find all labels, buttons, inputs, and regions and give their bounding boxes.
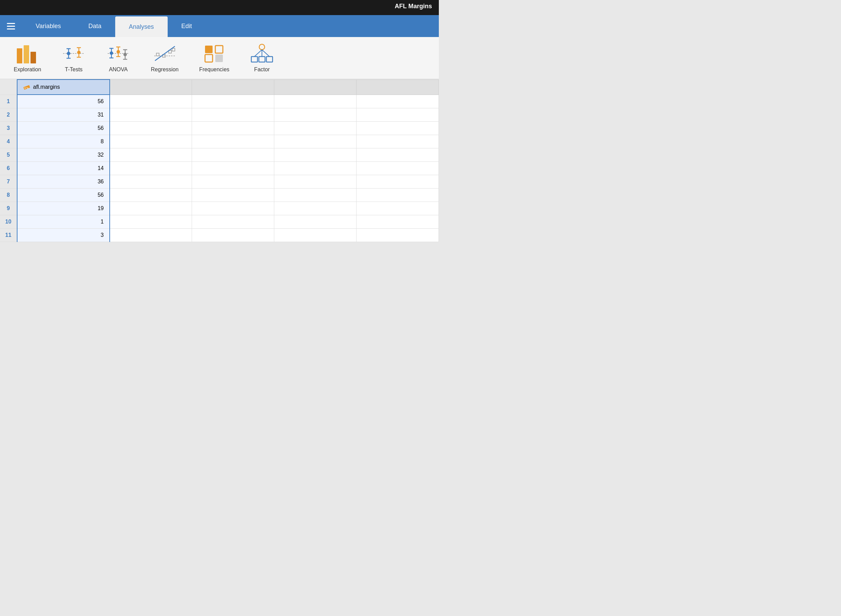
exploration-icon (15, 43, 40, 64)
table-row: 156 (0, 95, 439, 109)
svg-line-39 (254, 50, 262, 57)
svg-rect-37 (259, 57, 265, 62)
table-row: 101 (0, 215, 439, 229)
data-cell[interactable] (192, 229, 274, 242)
data-cell[interactable] (192, 215, 274, 229)
svg-rect-33 (205, 54, 213, 62)
row-number: 7 (0, 175, 17, 189)
svg-point-20 (117, 50, 120, 53)
svg-line-41 (262, 50, 270, 57)
exploration-label: Exploration (14, 66, 41, 73)
data-cell[interactable]: 56 (17, 95, 110, 109)
data-cell[interactable] (192, 95, 274, 109)
toolbar-item-regression[interactable]: Regression (147, 41, 182, 75)
data-cell[interactable] (357, 109, 439, 122)
data-cell[interactable]: 19 (17, 202, 110, 215)
data-cell[interactable] (357, 229, 439, 242)
data-cell[interactable] (357, 202, 439, 215)
data-cell[interactable] (110, 122, 192, 135)
tab-data[interactable]: Data (75, 15, 115, 37)
data-cell[interactable]: 1 (17, 215, 110, 229)
data-cell[interactable] (274, 202, 357, 215)
data-cell[interactable] (110, 175, 192, 189)
data-cell[interactable] (357, 175, 439, 189)
data-cell[interactable]: 3 (17, 229, 110, 242)
data-cell[interactable]: 31 (17, 109, 110, 122)
data-cell[interactable] (192, 148, 274, 162)
data-cell[interactable] (274, 175, 357, 189)
data-cell[interactable] (110, 162, 192, 175)
data-cell[interactable] (110, 229, 192, 242)
data-cell[interactable]: 56 (17, 189, 110, 202)
tab-variables[interactable]: Variables (22, 15, 75, 37)
data-cell[interactable] (110, 95, 192, 109)
row-number: 4 (0, 135, 17, 148)
data-cell[interactable]: 36 (17, 175, 110, 189)
svg-rect-26 (156, 53, 159, 56)
data-cell[interactable] (274, 135, 357, 148)
data-cell[interactable] (110, 109, 192, 122)
tab-edit[interactable]: Edit (168, 15, 206, 37)
col-header-3[interactable] (192, 79, 274, 95)
data-cell[interactable] (274, 109, 357, 122)
data-cell[interactable] (357, 95, 439, 109)
table-row: 919 (0, 202, 439, 215)
data-cell[interactable] (357, 162, 439, 175)
data-cell[interactable] (192, 175, 274, 189)
data-cell[interactable] (192, 162, 274, 175)
menu-button[interactable] (0, 15, 22, 37)
data-cell[interactable] (357, 189, 439, 202)
svg-rect-0 (17, 48, 22, 63)
data-cell[interactable] (192, 202, 274, 215)
data-cell[interactable] (357, 215, 439, 229)
svg-point-11 (77, 51, 81, 54)
data-cell[interactable] (357, 135, 439, 148)
data-cell[interactable] (192, 189, 274, 202)
data-cell[interactable] (274, 162, 357, 175)
row-number: 3 (0, 122, 17, 135)
svg-rect-42 (23, 85, 30, 90)
svg-rect-34 (215, 54, 223, 62)
data-cell[interactable]: 14 (17, 162, 110, 175)
data-cell[interactable]: 56 (17, 122, 110, 135)
table-row: 356 (0, 122, 439, 135)
data-cell[interactable] (110, 148, 192, 162)
data-cell[interactable]: 8 (17, 135, 110, 148)
toolbar-item-frequencies[interactable]: Frequencies (196, 41, 233, 75)
data-cell[interactable] (110, 135, 192, 148)
data-cell[interactable] (192, 122, 274, 135)
data-cell[interactable] (274, 148, 357, 162)
svg-point-24 (123, 53, 127, 56)
toolbar-item-anova[interactable]: ANOVA (103, 41, 134, 75)
factor-label: Factor (254, 66, 270, 73)
toolbar-item-t-tests[interactable]: T-Tests (58, 41, 89, 75)
corner-header (0, 79, 17, 95)
data-cell[interactable] (274, 189, 357, 202)
svg-line-44 (26, 87, 26, 88)
col-header-afl-margins[interactable]: afl.margins (17, 79, 110, 95)
regression-icon (153, 43, 177, 64)
data-cell[interactable] (110, 189, 192, 202)
regression-label: Regression (151, 66, 179, 73)
data-cell[interactable]: 32 (17, 148, 110, 162)
title-bar: AFL Margins (0, 0, 439, 15)
tab-analyses[interactable]: Analyses (115, 16, 168, 37)
data-cell[interactable] (110, 202, 192, 215)
data-cell[interactable] (274, 122, 357, 135)
col-header-5[interactable] (357, 79, 439, 95)
col-header-4[interactable] (274, 79, 357, 95)
data-cell[interactable] (192, 109, 274, 122)
toolbar-item-factor[interactable]: Factor (247, 41, 277, 75)
data-cell[interactable] (274, 215, 357, 229)
data-cell[interactable] (357, 122, 439, 135)
data-cell[interactable] (192, 135, 274, 148)
table-row: 113 (0, 229, 439, 242)
data-cell[interactable] (274, 229, 357, 242)
toolbar-item-exploration[interactable]: Exploration (10, 41, 45, 75)
data-cell[interactable] (274, 95, 357, 109)
data-cell[interactable] (357, 148, 439, 162)
data-cell[interactable] (110, 215, 192, 229)
table-row: 532 (0, 148, 439, 162)
row-number: 5 (0, 148, 17, 162)
col-header-2[interactable] (110, 79, 192, 95)
